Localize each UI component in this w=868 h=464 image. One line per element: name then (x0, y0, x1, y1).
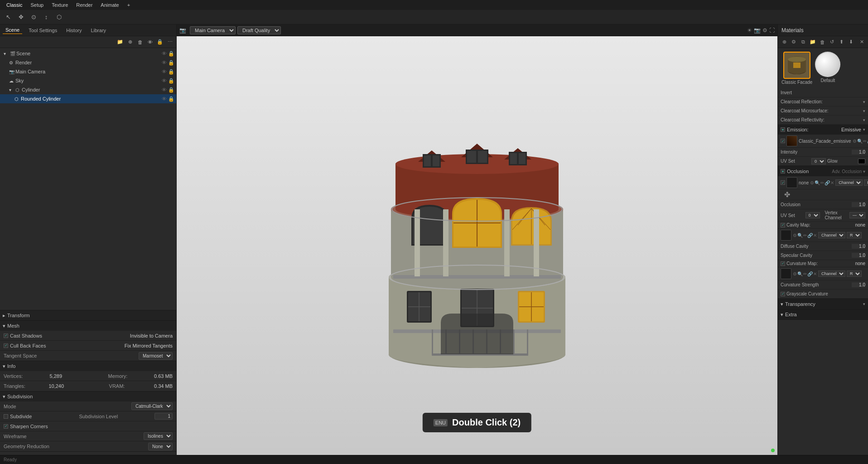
cull-back-faces-checkbox[interactable]: ✓ (4, 343, 8, 348)
subdivision-header[interactable]: ▾ Subdivision (0, 392, 176, 401)
uv-set-select[interactable]: 01 (811, 158, 826, 164)
intensity-input[interactable] (852, 150, 865, 155)
tree-render[interactable]: ⚙ Render 👁 🔒 (0, 58, 176, 67)
arrow-tool[interactable]: ↕ (41, 12, 52, 23)
vp-maximize-icon[interactable]: ⛶ (769, 27, 775, 34)
cav-edit-icon[interactable]: ✏ (803, 233, 807, 238)
scene-eye-btn[interactable]: 👁 (145, 38, 154, 47)
tangent-space-select[interactable]: Marmoset DirectX (139, 352, 173, 360)
clearcoat-reflectivity-arrow[interactable]: ▾ (863, 118, 865, 122)
occlusion-header[interactable]: ▾ Occlusion Adv. Occlusion ▾ (778, 166, 868, 176)
curv-remove-icon[interactable]: ✕ (813, 271, 817, 276)
grayscale-curvature-check[interactable]: ✓ (781, 292, 785, 296)
mat-export-btn[interactable]: ⬆ (837, 38, 846, 47)
vp-settings-icon[interactable]: ⚙ (762, 27, 767, 34)
cursor-tool[interactable]: ↖ (3, 12, 14, 23)
curvature-strength-input[interactable] (852, 282, 865, 287)
occlusion-toggle[interactable]: ▾ (781, 169, 785, 174)
mat-refresh-btn[interactable]: ↺ (827, 38, 836, 47)
mat-thumb-default[interactable]: Default (815, 52, 840, 85)
subdivide-check[interactable]: Subdivide (4, 414, 79, 419)
tree-scene[interactable]: ▾ 🎬 Scene 👁 🔒 (0, 49, 176, 58)
cull-back-faces-check[interactable]: ✓ Cull Back Faces (4, 343, 125, 348)
emission-checkbox[interactable]: ▾ (781, 127, 785, 132)
vp-sun-icon[interactable]: ☀ (747, 27, 752, 34)
transparency-dropdown[interactable]: ▾ (863, 302, 865, 306)
geo-reduction-select[interactable]: None (148, 443, 173, 450)
specular-cavity-input[interactable] (852, 253, 865, 258)
circle-tool[interactable]: ⊙ (28, 12, 39, 23)
scene-lock-btn[interactable]: 🔒 (155, 38, 164, 47)
mesh-header[interactable]: ▾ Mesh (0, 321, 176, 331)
menu-classic[interactable]: Classic (3, 1, 26, 9)
occlusion-adv-label[interactable]: Adv. Occlusion ▾ (832, 169, 865, 174)
mat-add-btn[interactable]: ⊕ (780, 38, 789, 47)
scene-more-btn[interactable]: ⋯ (165, 38, 174, 47)
tree-sky[interactable]: ☁ Sky 👁 🔒 (0, 76, 176, 85)
occlusion-value-input[interactable] (852, 202, 865, 207)
occ-edit-icon[interactable]: ✏ (820, 180, 824, 185)
cav-eye-icon[interactable]: 🔍 (797, 233, 803, 238)
menu-texture[interactable]: Texture (48, 1, 72, 9)
clearcoat-reflection-arrow[interactable]: ▾ (863, 100, 865, 104)
menu-more[interactable]: + (124, 1, 134, 9)
emission-dropdown[interactable]: ▾ (863, 127, 865, 132)
mat-delete-btn[interactable]: 🗑 (818, 38, 827, 47)
curv-edit-icon[interactable]: ✏ (803, 271, 807, 276)
camera-select[interactable]: Main Camera (190, 26, 236, 34)
diffuse-cavity-input[interactable] (852, 244, 865, 249)
curvature-map-check[interactable]: ✓ (781, 261, 785, 266)
tab-scene[interactable]: Scene (3, 26, 22, 34)
emission-header[interactable]: ▾ Emission: Emissive ▾ (778, 125, 868, 135)
emissive-map-check[interactable]: ✓ (781, 139, 785, 143)
mat-folder-btn[interactable]: ⚙ (789, 38, 798, 47)
occ-channel-val[interactable]: R (864, 179, 868, 186)
occ-gear-icon[interactable]: ⚙ (810, 180, 814, 185)
extra-header[interactable]: ▾ Extra (778, 309, 868, 319)
mat-duplicate-btn[interactable]: ⧉ (799, 38, 808, 47)
vertex-channel-select[interactable]: — (849, 212, 865, 218)
subdiv-level-input[interactable] (154, 413, 173, 420)
occlusion-map-check[interactable]: ✓ (781, 180, 785, 185)
curv-channel-val[interactable]: R (847, 271, 862, 277)
tab-library[interactable]: Library (88, 27, 109, 34)
emissive-eye-icon[interactable]: 🔍 (857, 139, 863, 144)
curv-gear-icon[interactable]: ⚙ (793, 271, 797, 276)
quality-select[interactable]: Draft Quality (237, 26, 281, 34)
wireframe-select[interactable]: Isolines (144, 432, 173, 440)
menu-setup[interactable]: Setup (27, 1, 47, 9)
mat-close-btn[interactable]: ✕ (857, 38, 866, 47)
scene-delete-btn[interactable]: 🗑 (135, 38, 145, 47)
vp-camera-icon[interactable]: 📷 (754, 27, 761, 34)
glow-swatch[interactable] (858, 159, 865, 164)
curv-link-icon[interactable]: 🔗 (807, 271, 813, 276)
menu-animate[interactable]: Animate (97, 1, 122, 9)
uv-set2-select[interactable]: 0 (805, 212, 820, 218)
curv-channel-select[interactable]: ChannelR (818, 271, 845, 277)
mat-thumb-classic-facade-img[interactable] (783, 52, 810, 79)
emissive-gear-icon[interactable]: ⚙ (853, 139, 857, 144)
emissive-edit-icon[interactable]: ✏ (863, 139, 867, 144)
shape-tool[interactable]: ⬡ (53, 12, 64, 23)
mat-thumb-classic-facade[interactable]: Classic Facade (781, 52, 812, 85)
sharpen-corners-check[interactable]: ✓ Sharpen Corners (4, 424, 173, 429)
occ-remove-icon[interactable]: ✕ (830, 180, 834, 185)
tab-history[interactable]: History (63, 27, 84, 34)
cast-shadows-checkbox[interactable]: ✓ (4, 334, 8, 338)
menu-render[interactable]: Render (72, 1, 96, 9)
scene-folder-btn[interactable]: ⊕ (125, 38, 135, 47)
scene-add-btn[interactable]: 📁 (116, 38, 125, 47)
occ-link-icon[interactable]: 🔗 (825, 180, 830, 185)
transform-header[interactable]: ▸ Transform (0, 310, 176, 320)
cav-remove-icon[interactable]: ✕ (813, 233, 817, 238)
mat-thumb-default-img[interactable] (815, 52, 840, 77)
mat-folder2-btn[interactable]: 📁 (808, 38, 817, 47)
curv-eye-icon[interactable]: 🔍 (797, 271, 803, 276)
tab-tool-settings[interactable]: Tool Settings (26, 27, 60, 34)
occ-channel-select[interactable]: ChannelRGB (835, 179, 863, 186)
cav-link-icon[interactable]: 🔗 (807, 233, 813, 238)
info-header[interactable]: ▾ Info (0, 361, 176, 371)
mat-import-btn[interactable]: ⬇ (846, 38, 855, 47)
cav-channel-val[interactable]: R (847, 232, 862, 238)
mode-select[interactable]: Catmull-Clark (131, 402, 173, 410)
